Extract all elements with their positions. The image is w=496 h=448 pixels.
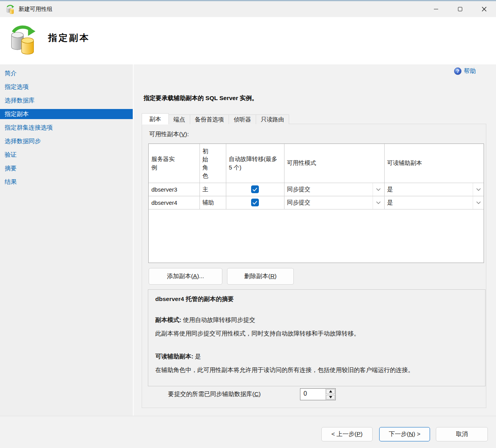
- specify-replicas-icon: [8, 22, 37, 57]
- commit-quorum-spinner[interactable]: 0: [300, 388, 336, 400]
- page-title: 指定副本: [48, 32, 90, 44]
- initial-role-cell: 辅助: [199, 196, 226, 209]
- spinner-down-button[interactable]: [326, 395, 335, 400]
- window-title: 新建可用性组: [19, 5, 52, 13]
- commit-quorum-row: 要提交的所需已同步辅助数据库(C) 0: [142, 388, 486, 400]
- tabstrip: 副本 端点 备份首选项 侦听器 只读路由: [142, 113, 289, 124]
- readable-secondary-select[interactable]: 是: [385, 196, 484, 209]
- spinner-up-button[interactable]: [326, 389, 335, 394]
- availability-mode-select[interactable]: 同步提交: [284, 196, 384, 209]
- close-button[interactable]: [472, 1, 496, 17]
- replica-mode-line: 副本模式: 使用自动故障转移同步提交: [155, 316, 478, 324]
- body: 简介 指定选项 选择数据库 指定副本 指定群集连接选项 选择数据同步 验证 摘要…: [0, 64, 496, 448]
- arrow-up-icon: [329, 390, 332, 393]
- tab-endpoints[interactable]: 端点: [169, 114, 190, 124]
- tab-page-replicas: 可用性副本(V): 服务器实例 初始角色 自动故障转移(最多 5 个) 可用性模…: [142, 124, 486, 408]
- replica-row-dbserver4: dbserver4 辅助 同步提交: [149, 196, 484, 209]
- column-header-readable-secondary[interactable]: 可读辅助副本: [384, 144, 484, 183]
- column-header-availability-mode[interactable]: 可用性模式: [284, 144, 384, 183]
- chevron-down-icon: [476, 201, 481, 204]
- summary-title: dbserver4 托管的副本的摘要: [155, 295, 478, 303]
- tab-replicas[interactable]: 副本: [142, 113, 169, 125]
- chevron-down-icon: [476, 188, 481, 191]
- availability-mode-select[interactable]: 同步提交: [284, 183, 384, 196]
- checkmark-icon: [252, 187, 258, 192]
- maximize-icon: [458, 7, 462, 11]
- arrow-down-icon: [329, 396, 332, 398]
- maximize-button[interactable]: [448, 1, 472, 17]
- spinner-value[interactable]: 0: [300, 389, 325, 400]
- sidebar-item-specify-options[interactable]: 指定选项: [0, 82, 133, 92]
- server-instance-cell: dbserver4: [149, 196, 199, 209]
- availability-group-icon: [5, 5, 15, 14]
- sidebar-item-cluster-connect-options[interactable]: 指定群集连接选项: [0, 123, 133, 133]
- column-header-automatic-failover[interactable]: 自动故障转移(最多 5 个): [226, 144, 284, 183]
- sidebar: 简介 指定选项 选择数据库 指定副本 指定群集连接选项 选择数据同步 验证 摘要…: [0, 64, 134, 448]
- chevron-down-icon: [376, 201, 381, 204]
- auto-failover-checkbox[interactable]: [251, 199, 259, 206]
- minimize-button[interactable]: [424, 1, 448, 17]
- server-instance-cell: dbserver3: [149, 183, 199, 196]
- sidebar-item-data-synchronization[interactable]: 选择数据同步: [0, 136, 133, 146]
- sidebar-item-results[interactable]: 结果: [0, 177, 133, 187]
- footer: < 上一步(P) 下一步(N) > 取消: [0, 416, 496, 448]
- minimize-icon: [434, 9, 438, 10]
- replica-summary-panel: dbserver4 托管的副本的摘要 副本模式: 使用自动故障转移同步提交 此副…: [148, 289, 486, 386]
- readable-secondary-select[interactable]: 是: [385, 183, 484, 196]
- wizard-header: 指定副本: [0, 17, 496, 64]
- replicas-grid: 服务器实例 初始角色 自动故障转移(最多 5 个) 可用性模式 可读辅助副本 d…: [148, 144, 484, 263]
- auto-failover-checkbox[interactable]: [251, 185, 259, 193]
- sidebar-item-validation[interactable]: 验证: [0, 150, 133, 160]
- readable-secondary-line: 可读辅助副本: 是: [155, 353, 478, 361]
- replica-row-dbserver3: dbserver3 主 同步提交: [149, 183, 484, 196]
- tab-backup-preferences[interactable]: 备份首选项: [190, 114, 229, 124]
- help-icon: ?: [454, 67, 461, 75]
- sidebar-item-specify-replicas[interactable]: 指定副本: [0, 109, 133, 119]
- replica-mode-description: 此副本将使用同步提交可用性模式，同时支持自动故障转移和手动故障转移。: [155, 330, 478, 338]
- instruction-text: 指定要承载辅助副本的 SQL Server 实例。: [144, 94, 258, 102]
- chevron-down-icon: [376, 188, 381, 191]
- sidebar-item-select-databases[interactable]: 选择数据库: [0, 95, 133, 106]
- content-panel: ? 帮助 指定要承载辅助副本的 SQL Server 实例。 副本 端点 备份首…: [135, 64, 496, 416]
- grid-header-row: 服务器实例 初始角色 自动故障转移(最多 5 个) 可用性模式 可读辅助副本: [149, 144, 484, 183]
- initial-role-cell: 主: [199, 183, 226, 196]
- add-replica-button[interactable]: 添加副本(A)...: [149, 268, 222, 285]
- column-header-initial-role[interactable]: 初始角色: [199, 144, 226, 183]
- cancel-button[interactable]: 取消: [436, 427, 488, 441]
- sidebar-item-introduction[interactable]: 简介: [0, 68, 133, 78]
- remove-replica-button[interactable]: 删除副本(R): [227, 268, 294, 285]
- column-header-server-instance[interactable]: 服务器实例: [149, 144, 199, 183]
- close-icon: [482, 7, 487, 12]
- readable-secondary-description: 在辅助角色中，此可用性副本将允许用于读访问的所有连接，包括使用较旧的客户端运行的…: [155, 366, 478, 374]
- wizard-window: 新建可用性组: [0, 0, 496, 448]
- help-label: 帮助: [464, 67, 476, 75]
- titlebar: 新建可用性组: [0, 0, 496, 17]
- checkmark-icon: [252, 200, 258, 206]
- tab-listener[interactable]: 侦听器: [229, 114, 256, 124]
- next-button[interactable]: 下一步(N) >: [379, 427, 430, 441]
- sidebar-item-summary[interactable]: 摘要: [0, 163, 133, 173]
- replicas-grid-label: 可用性副本(V):: [149, 130, 486, 138]
- help-link[interactable]: ? 帮助: [454, 67, 476, 75]
- tab-read-only-routing[interactable]: 只读路由: [256, 114, 289, 124]
- commit-quorum-label: 要提交的所需已同步辅助数据库(C): [168, 390, 261, 398]
- back-button[interactable]: < 上一步(P): [321, 427, 373, 441]
